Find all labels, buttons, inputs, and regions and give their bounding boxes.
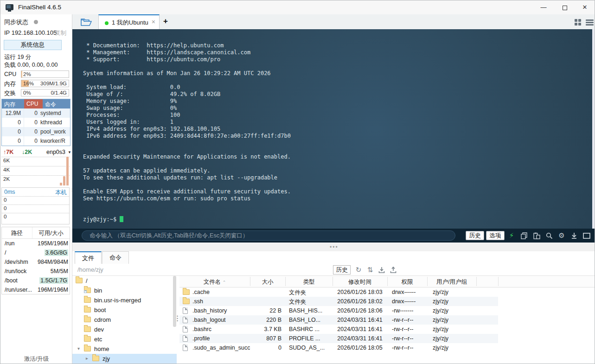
folder-icon [183,299,190,304]
file-table-col-owner[interactable]: 用户/用户组 [427,278,476,286]
open-folder-icon[interactable] [76,15,97,29]
column-separator [498,277,499,286]
ping-target[interactable]: 本机 [55,189,67,197]
quick-command-icon[interactable]: ⚡ [507,231,516,240]
network-gridline: 2K [1,175,70,185]
process-row[interactable]: 00kworker/R [2,136,70,146]
file-row[interactable]: .bash_logout220 BBASH_LO...2024/03/31 16… [179,315,595,325]
process-col-cpu[interactable]: CPU [24,99,43,109]
tree-item-bin.usr-is-merged[interactable]: bin.usr-is-merged [72,295,177,305]
disk-row[interactable]: /boot1.5G/1.7G [2,276,70,285]
cell-owner: zjy/zjy [433,307,474,314]
file-row[interactable]: .sudo_as_admin_succ...0SUDO_AS_...2026/0… [179,343,595,352]
layout-grid-icon[interactable] [575,19,582,26]
disk-row[interactable]: /dev/shm984M/984M [2,257,70,267]
command-input[interactable]: 命令输入 （双击Ctrl切换,Alt历史,Tab路径/命令,Esc关闭窗口） [82,230,455,241]
process-col-command[interactable]: 命令 [43,99,70,109]
uptime-label: 运行 19 分 [4,53,31,61]
file-table-col-size[interactable]: 大小 [250,278,285,286]
tree-item-home[interactable]: ▾home [72,344,177,354]
new-tab-button[interactable]: + [163,17,168,26]
system-info-button[interactable]: 系统信息 [4,40,62,50]
paste-icon[interactable] [532,231,541,240]
search-icon[interactable] [545,231,553,240]
download-arrow-icon[interactable] [570,231,578,240]
file-table-col-type[interactable]: 类型 [285,278,333,286]
disk-row[interactable]: /run/user...196M/196M [2,285,70,294]
ping-graph: 0ms 本机 000 [1,187,70,224]
download-icon[interactable] [377,266,386,274]
close-button[interactable]: ✕ [574,0,595,14]
process-row[interactable]: 00pool_work [2,127,70,136]
network-monitor-header: ↑7K ↓2K enp0s3 [3,149,70,156]
history-button[interactable]: 历史 [466,231,484,240]
tab-my-ubuntu[interactable]: 1 我的Ubuntu × [98,14,160,29]
tree-item-zjy[interactable]: ▸zjy [72,354,177,364]
disk-col-size[interactable]: 可用/大小 [32,227,70,238]
disk-row[interactable]: /3.6G/8G [2,248,70,257]
shortcut-overlay-icon [84,290,87,293]
file-row[interactable]: .bash_history22 BBASH_HIS...2026/01/26 1… [179,306,595,315]
file-table-col-perm[interactable]: 权限 [387,278,427,286]
tree-item-label: home [94,345,109,352]
disk-path: /run/lock [5,268,26,275]
disk-row[interactable]: /run195M/196M [2,239,70,248]
splitter-handle[interactable]: ••• [330,244,339,250]
path-history-button[interactable]: 历史 [333,265,351,275]
file-table-col-name[interactable]: 文件名 ⌃ [179,278,250,286]
activate-upgrade-link[interactable]: 激活/升级 [0,355,72,363]
maximize-button[interactable] [554,0,576,14]
copy-ip-button[interactable]: 复制 [55,29,66,37]
process-col-memory[interactable]: 内存 [2,99,24,109]
minimize-button[interactable]: — [533,0,554,14]
tree-item-root[interactable]: / [72,276,177,286]
file-row[interactable]: .profile807 BPROFILE ...2024/03/31 16:41… [179,334,595,343]
tree-item-etc[interactable]: etc [72,334,177,344]
copy-icon[interactable] [520,231,528,240]
horizontal-splitter[interactable]: ••• [72,243,595,251]
cell-type: SUDO_AS_... [289,345,333,351]
cell-mtime: 2026/01/26 18:03 [333,289,387,295]
upload-icon[interactable] [389,266,397,274]
tree-item-cdrom[interactable]: cdrom [72,315,177,325]
menu-icon[interactable] [586,19,594,26]
meter-percent: 0% [23,90,31,96]
file-table-col-mtime[interactable]: 修改时间 [333,278,387,286]
terminal-scrollbar[interactable] [592,29,595,229]
cell-mtime: 2024/03/31 16:41 [333,335,387,342]
settings-gear-icon[interactable]: ⚙ [557,231,566,240]
terminal[interactable]: * Documentation: https://help.ubuntu.com… [72,29,595,229]
meter-fill [21,71,22,77]
chevron-right-icon[interactable]: ▸ [86,356,88,361]
transfer-icon[interactable]: ⇅ [366,266,374,274]
folder-icon [183,289,190,295]
disk-row[interactable]: /run/lock5M/5M [2,267,70,276]
tree-item-boot[interactable]: boot [72,305,177,315]
meter-label: 内存 [4,80,16,88]
chevron-down-icon[interactable]: ▾ [77,346,80,351]
tab-commands[interactable]: 命令 [102,251,129,264]
tree-item-label: / [86,277,88,284]
interface-selector[interactable]: enp0s3 [46,149,71,155]
finalshell-window: FinalShell 4.6.5 — ✕ 同步状态 IP 192.168.100… [0,0,595,364]
file-row[interactable]: .cache文件夹2026/01/26 18:03drwx------zjy/z… [179,287,595,297]
cell-type: BASH_LO... [289,317,333,323]
cell-size: 220 B [250,317,282,323]
options-button[interactable]: 选项 [486,231,505,240]
process-row[interactable]: 12.9M0systemd [2,109,70,118]
tree-item-dev[interactable]: dev [72,325,177,334]
resource-meter: 内存16%309M/1.9G [0,79,72,88]
download-rate: ↓2K [22,149,32,155]
file-row[interactable]: .ssh文件夹2026/01/26 18:02drwx------zjy/zjy [179,297,595,306]
process-row[interactable]: 00kthreadd [2,118,70,127]
window-mode-icon[interactable] [582,231,591,240]
file-row[interactable]: .bashrc3.7 KBBASHRC ...2024/03/31 16:41-… [179,325,595,334]
current-path[interactable]: /home/zjy [77,266,103,273]
tab-files[interactable]: 文件 [75,251,102,264]
refresh-icon[interactable]: ↻ [354,266,363,274]
tree-item-bin[interactable]: bin [72,286,177,295]
disk-col-path[interactable]: 路径 [2,227,32,238]
command-bar: 命令输入 （双击Ctrl切换,Alt历史,Tab路径/命令,Esc关闭窗口） 历… [72,229,595,243]
tree-scrollbar[interactable] [173,276,176,327]
tab-close-icon[interactable]: × [152,18,155,26]
